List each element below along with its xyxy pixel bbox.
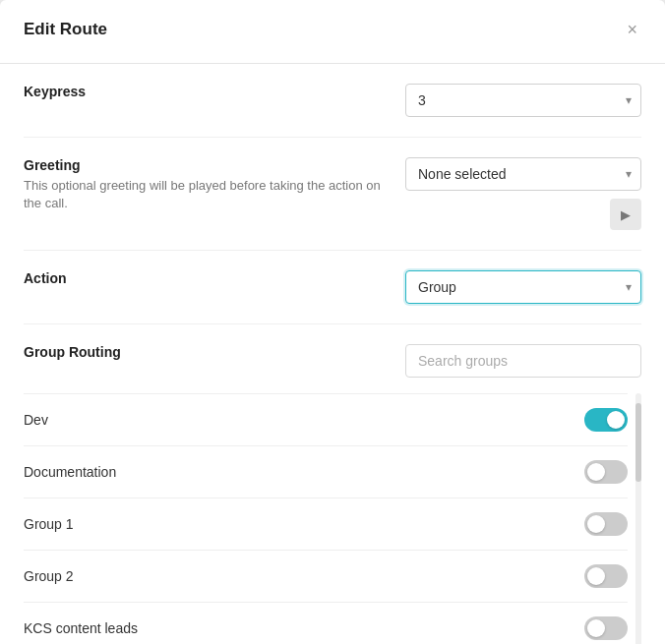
- scroll-thumb: [635, 403, 641, 482]
- greeting-description: This optional greeting will be played be…: [24, 177, 388, 212]
- action-select-wrapper: Group User Voicemail External Number ▾: [405, 270, 641, 304]
- greeting-row: Greeting This optional greeting will be …: [24, 157, 641, 251]
- action-control: Group User Voicemail External Number ▾: [405, 270, 641, 304]
- group-name: KCS content leads: [24, 620, 138, 636]
- keypress-control: 3 ▾: [405, 84, 641, 117]
- play-greeting-button[interactable]: ▶: [610, 199, 641, 230]
- toggle-slider: [584, 564, 628, 588]
- group-routing-control: [405, 344, 641, 378]
- action-row: Action Group User Voicemail External Num…: [24, 270, 641, 324]
- toggle-slider: [584, 408, 628, 432]
- greeting-control: None selected ▾ ▶: [405, 157, 641, 230]
- greeting-label: Greeting: [24, 157, 388, 173]
- group-name: Documentation: [24, 464, 116, 480]
- group-item: Dev: [24, 394, 628, 446]
- keypress-label-block: Keypress: [24, 84, 86, 103]
- group-name: Group 2: [24, 568, 74, 584]
- group-name: Group 1: [24, 516, 74, 532]
- play-icon: ▶: [621, 207, 631, 222]
- greeting-select-wrapper: None selected ▾: [405, 157, 641, 191]
- groups-list: DevDocumentationGroup 1Group 2KCS conten…: [24, 393, 628, 644]
- group-name: Dev: [24, 412, 48, 428]
- keypress-select-wrapper: 3 ▾: [405, 84, 641, 117]
- modal-title: Edit Route: [24, 20, 107, 39]
- edit-route-modal: Edit Route × Keypress 3 ▾ Greeting This …: [0, 0, 665, 644]
- group-toggle[interactable]: [584, 460, 628, 484]
- keypress-select[interactable]: 3: [405, 84, 641, 117]
- keypress-label: Keypress: [24, 84, 86, 99]
- group-item: Documentation: [24, 446, 628, 498]
- groups-container: DevDocumentationGroup 1Group 2KCS conten…: [24, 393, 641, 644]
- search-groups-input[interactable]: [405, 344, 641, 378]
- group-routing-row: Group Routing: [24, 344, 641, 378]
- header-divider: [0, 63, 665, 64]
- group-item: Group 2: [24, 551, 628, 603]
- toggle-slider: [584, 616, 628, 640]
- keypress-row: Keypress 3 ▾: [24, 84, 641, 138]
- group-toggle[interactable]: [584, 408, 628, 432]
- close-button[interactable]: ×: [623, 21, 641, 38]
- toggle-slider: [584, 460, 628, 484]
- group-item: KCS content leads: [24, 603, 628, 644]
- group-toggle[interactable]: [584, 512, 628, 536]
- action-label: Action: [24, 270, 67, 286]
- action-label-block: Action: [24, 270, 67, 290]
- group-toggle[interactable]: [584, 616, 628, 640]
- modal-header: Edit Route ×: [24, 20, 641, 39]
- greeting-select[interactable]: None selected: [405, 157, 641, 191]
- group-toggle[interactable]: [584, 564, 628, 588]
- scroll-track: [635, 393, 641, 644]
- toggle-slider: [584, 512, 628, 536]
- action-select[interactable]: Group User Voicemail External Number: [405, 270, 641, 304]
- search-input-wrapper: [405, 344, 641, 378]
- group-routing-label: Group Routing: [24, 344, 121, 360]
- greeting-label-block: Greeting This optional greeting will be …: [24, 157, 388, 212]
- group-item: Group 1: [24, 498, 628, 551]
- group-routing-label-block: Group Routing: [24, 344, 121, 364]
